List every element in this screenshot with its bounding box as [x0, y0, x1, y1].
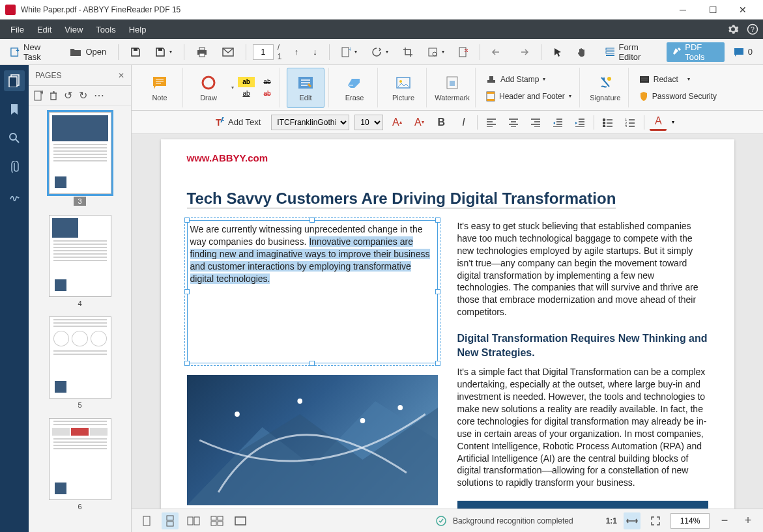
two-page-view-icon[interactable] — [185, 512, 202, 529]
hand-tool[interactable] — [571, 42, 592, 62]
edit-button[interactable]: Edit — [287, 68, 324, 108]
pdf-tools-button[interactable]: PDF Tools — [667, 42, 725, 62]
watermark-button[interactable]: Watermark — [433, 68, 471, 108]
draw-button[interactable]: Draw — [190, 68, 227, 108]
text-edit-box[interactable]: We are currently witnessing unprecedente… — [187, 220, 438, 363]
save-button[interactable] — [125, 42, 146, 62]
strikethrough-red-button[interactable]: ab — [259, 89, 276, 99]
underline-button[interactable]: ab — [238, 89, 255, 99]
note-button[interactable]: Note — [141, 68, 179, 108]
signature-button[interactable]: Signature — [586, 68, 624, 108]
thumbnail[interactable]: 4 — [48, 215, 113, 307]
resize-handle[interactable] — [435, 361, 440, 366]
resize-handle[interactable] — [310, 361, 315, 366]
rail-search-icon[interactable] — [4, 128, 25, 148]
menu-view[interactable]: View — [58, 20, 89, 39]
strikethrough-button[interactable]: ab — [259, 77, 276, 87]
new-task-button[interactable]: New Task — [5, 42, 61, 62]
font-color-button[interactable]: A — [650, 114, 667, 131]
numbered-list-icon[interactable]: 123 — [622, 114, 639, 131]
zoom-in-button[interactable]: + — [740, 512, 756, 529]
more-icon[interactable]: ⋯ — [94, 89, 104, 102]
settings-icon[interactable] — [727, 23, 740, 36]
open-button[interactable]: Open — [65, 42, 111, 62]
crop-button[interactable] — [397, 42, 418, 62]
undo-button[interactable] — [486, 42, 508, 62]
pages-panel-close-icon[interactable]: ✕ — [118, 71, 124, 80]
maximize-button[interactable]: ☐ — [698, 0, 728, 20]
increase-indent-icon[interactable] — [571, 114, 588, 131]
two-page-continuous-icon[interactable] — [209, 512, 225, 529]
picture-button[interactable]: Picture — [384, 68, 422, 108]
save-as-button[interactable]: ▾ — [150, 42, 177, 62]
delete-page-button[interactable] — [453, 42, 473, 62]
italic-button[interactable]: I — [455, 114, 472, 131]
decrease-indent-icon[interactable] — [549, 114, 566, 131]
align-left-icon[interactable] — [483, 114, 500, 131]
font-color-dropdown[interactable]: ▾ — [672, 119, 674, 125]
fit-width-icon[interactable] — [624, 512, 641, 529]
rail-signature-icon[interactable] — [4, 185, 25, 206]
highlight-button[interactable]: ab — [238, 77, 255, 87]
resize-handle[interactable] — [310, 217, 315, 223]
add-stamp-button[interactable]: Add Stamp▾ — [482, 72, 575, 87]
continuous-view-icon[interactable] — [162, 512, 179, 529]
rail-pages-icon[interactable] — [4, 70, 25, 91]
pointer-tool[interactable] — [548, 42, 568, 62]
bullet-list-icon[interactable] — [599, 114, 616, 131]
menu-tools[interactable]: Tools — [89, 20, 122, 39]
form-editor-button[interactable]: Form Editor — [600, 42, 663, 62]
add-page-button[interactable]: +▾ — [336, 42, 362, 62]
erase-button[interactable]: Erase — [336, 68, 373, 108]
menu-help[interactable]: Help — [122, 20, 153, 39]
font-family-select[interactable]: ITCFranklinGothic — [271, 115, 349, 130]
resize-handle[interactable] — [184, 361, 190, 366]
resize-handle[interactable] — [184, 217, 190, 223]
thumbnail[interactable]: 5 — [48, 316, 113, 409]
rail-bookmarks-icon[interactable] — [4, 99, 25, 120]
zoom-input[interactable] — [670, 513, 710, 529]
align-center-icon[interactable] — [505, 114, 522, 131]
comments-button[interactable]: 0 — [728, 42, 758, 62]
next-page-button[interactable]: ↓ — [308, 42, 323, 62]
menu-file[interactable]: File — [4, 20, 31, 39]
print-button[interactable] — [191, 42, 213, 62]
rotate-left-icon[interactable]: ↺ — [64, 89, 72, 102]
rotate-right-icon[interactable]: ↻ — [79, 89, 87, 102]
header-footer-button[interactable]: Header and Footer▾ — [482, 89, 575, 104]
prev-page-button[interactable]: ↑ — [289, 42, 304, 62]
draw-dropdown[interactable]: ▾ — [231, 85, 234, 91]
url-link[interactable]: www.ABBYY.com — [187, 152, 708, 163]
minimize-button[interactable]: ─ — [668, 0, 698, 20]
thumbnails-list[interactable]: 3 4 5 6 — [29, 105, 131, 532]
email-button[interactable] — [217, 42, 239, 62]
password-security-button[interactable]: Password Security — [635, 89, 721, 104]
resize-handle[interactable] — [435, 289, 440, 294]
font-size-select[interactable]: 10 — [354, 115, 383, 130]
align-right-icon[interactable] — [527, 114, 544, 131]
fit-page-icon[interactable] — [647, 512, 664, 529]
zoom-out-button[interactable]: − — [716, 512, 733, 529]
resize-handle[interactable] — [435, 217, 440, 223]
decrease-font-icon[interactable]: A▾ — [410, 114, 427, 131]
redo-button[interactable] — [512, 42, 534, 62]
bold-button[interactable]: B — [433, 114, 450, 131]
thumbnail[interactable]: 6 — [48, 418, 113, 511]
rotate-button[interactable]: ▾ — [366, 42, 394, 62]
add-page-icon[interactable]: + — [34, 91, 43, 101]
single-page-view-icon[interactable] — [138, 512, 155, 529]
delete-icon[interactable] — [50, 91, 57, 100]
ocr-button[interactable]: ▾ — [422, 42, 450, 62]
add-text-button[interactable]: TAAdd Text — [209, 113, 266, 132]
thumbnail[interactable]: 3 — [48, 112, 113, 206]
fullscreen-icon[interactable] — [232, 512, 249, 529]
help-icon[interactable]: ? — [746, 23, 759, 36]
rail-attachments-icon[interactable] — [4, 156, 25, 177]
document-viewport[interactable]: www.ABBYY.com Tech Savvy Customers Are D… — [132, 134, 763, 509]
increase-font-icon[interactable]: A▴ — [388, 114, 405, 131]
redact-button[interactable]: Redact▾ — [635, 72, 721, 87]
menu-edit[interactable]: Edit — [31, 20, 58, 39]
page-number-input[interactable] — [253, 44, 274, 60]
close-button[interactable]: ✕ — [728, 0, 758, 20]
resize-handle[interactable] — [184, 289, 190, 294]
